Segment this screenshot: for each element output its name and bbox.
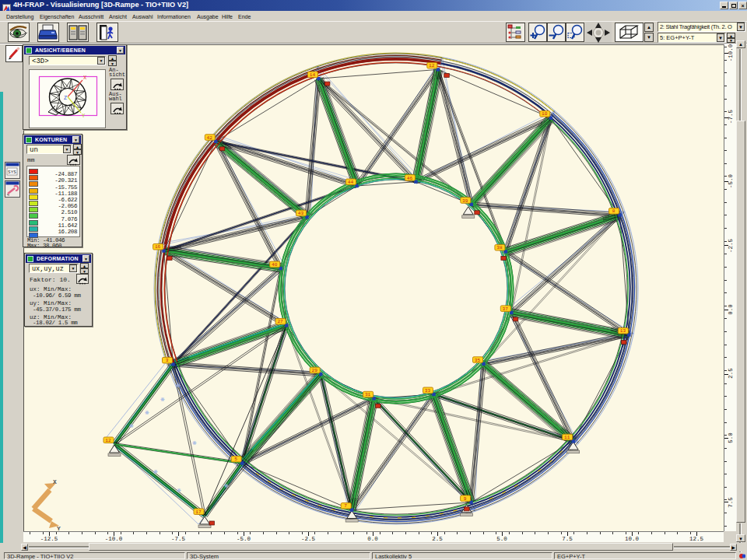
svg-text:40: 40 <box>272 262 278 268</box>
svg-text:12: 12 <box>105 438 111 443</box>
svg-text:35: 35 <box>475 358 481 363</box>
svg-text:16: 16 <box>155 244 161 250</box>
svg-text:11: 11 <box>564 435 570 440</box>
svg-text:43: 43 <box>298 211 304 216</box>
svg-text:44: 44 <box>348 180 354 185</box>
svg-text:39: 39 <box>462 198 468 204</box>
svg-text:38: 38 <box>496 245 503 250</box>
svg-text:X: X <box>53 478 57 485</box>
svg-text:❋: ❋ <box>177 488 181 493</box>
svg-text:❋: ❋ <box>160 397 165 402</box>
svg-text:10: 10 <box>542 111 548 117</box>
svg-text:27: 27 <box>277 319 283 324</box>
svg-text:9: 9 <box>464 496 467 502</box>
svg-text:33: 33 <box>425 388 431 394</box>
svg-text:❋: ❋ <box>224 483 229 488</box>
svg-text:42: 42 <box>207 135 213 141</box>
svg-text:13: 13 <box>620 328 626 334</box>
svg-text:Y: Y <box>57 525 61 531</box>
svg-text:37: 37 <box>503 306 509 312</box>
svg-text:17: 17 <box>195 509 202 515</box>
svg-text:❋: ❋ <box>153 469 158 474</box>
svg-text:❋: ❋ <box>192 440 197 446</box>
svg-text:7: 7 <box>344 503 347 509</box>
svg-text:29: 29 <box>311 368 317 373</box>
svg-text:8: 8 <box>612 208 615 214</box>
svg-text:31: 31 <box>365 392 371 397</box>
svg-text:SYS: SYS <box>8 170 16 175</box>
svg-text:46: 46 <box>407 176 413 181</box>
svg-text:X: X <box>83 75 87 81</box>
svg-text:5: 5 <box>234 457 237 462</box>
svg-text:❋: ❋ <box>176 383 181 388</box>
svg-text:3: 3 <box>166 358 169 363</box>
svg-text:❋: ❋ <box>145 410 149 415</box>
svg-text:Z: Z <box>64 95 67 101</box>
svg-text:14: 14 <box>310 72 316 78</box>
svg-text:❋: ❋ <box>129 423 134 429</box>
svg-text:12: 12 <box>429 63 435 68</box>
